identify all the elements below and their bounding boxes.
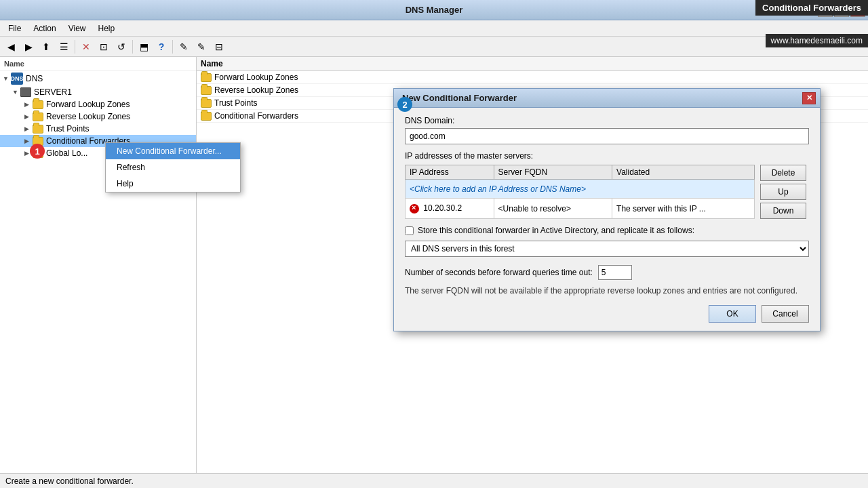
col-validated: Validated xyxy=(612,165,755,180)
folder-icon-list-flz xyxy=(201,73,212,82)
folder-icon-list-cf xyxy=(201,112,212,121)
badge-2: 2 xyxy=(397,97,412,112)
ip-data-row[interactable]: 10.20.30.2 <Unable to resolve> The serve… xyxy=(406,199,755,219)
tooltip-title: Conditional Forwarders xyxy=(755,0,868,16)
app-title: DNS Manager xyxy=(406,5,463,15)
timeout-label: Number of seconds before forward queries… xyxy=(405,268,593,277)
dialog-title: New Conditional Forwarder xyxy=(402,93,517,103)
tree-arrow-tp: ▶ xyxy=(24,125,33,132)
folder-icon-list-rlz xyxy=(201,86,212,95)
list-header: Name xyxy=(197,57,868,71)
dns-domain-label: DNS Domain: xyxy=(405,116,809,125)
title-bar: DNS Manager — □ ✕ xyxy=(0,0,868,20)
context-menu: New Conditional Forwarder... Refresh Hel… xyxy=(105,142,241,192)
dialog-close-button[interactable]: ✕ xyxy=(802,92,816,104)
tree-item-reverse-lookup[interactable]: ▶ Reverse Lookup Zones xyxy=(0,110,196,123)
tree-label-rlz: Reverse Lookup Zones xyxy=(46,112,130,121)
ip-add-row[interactable]: <Click here to add an IP Address or DNS … xyxy=(406,180,755,199)
context-menu-refresh[interactable]: Refresh xyxy=(106,159,240,176)
list-label-cf: Conditional Forwarders xyxy=(214,111,298,121)
tooltip-url: www.hamedesmaeili.com xyxy=(766,34,868,47)
replicate-checkbox[interactable] xyxy=(405,226,414,235)
toolbar-delete[interactable]: ✕ xyxy=(78,39,94,55)
dns-domain-input[interactable] xyxy=(405,128,809,144)
new-conditional-forwarder-dialog: New Conditional Forwarder ✕ DNS Domain: … xyxy=(393,88,821,331)
tree-panel: Name ▼ DNS DNS ▼ SERVER1 ▶ Forward Looku… xyxy=(0,57,197,473)
ip-addresses-table: IP Address Server FQDN Validated <Click … xyxy=(405,165,755,219)
toolbar-separator-3 xyxy=(172,40,173,54)
ip-add-cell[interactable]: <Click here to add an IP Address or DNS … xyxy=(406,180,755,199)
tree-arrow-server1: ▼ xyxy=(12,89,20,96)
tree-header: Name xyxy=(0,57,196,71)
folder-icon-flz xyxy=(33,100,43,109)
ip-side-buttons: Delete Up Down xyxy=(760,165,806,219)
folder-icon-list-tp xyxy=(201,99,212,108)
tree-label-dns: DNS xyxy=(26,74,43,83)
menu-file[interactable]: File xyxy=(3,22,26,35)
context-menu-new-conditional-forwarder[interactable]: New Conditional Forwarder... xyxy=(106,143,240,159)
tree-arrow-cf: ▶ xyxy=(24,138,33,144)
col-ip-address: IP Address xyxy=(406,165,494,180)
toolbar-create-zone[interactable]: ✎ xyxy=(176,39,192,55)
ip-addresses-label: IP addresses of the master servers: xyxy=(405,151,809,161)
toolbar-back[interactable]: ◀ xyxy=(3,39,19,55)
menu-view[interactable]: View xyxy=(63,22,92,35)
toolbar: ◀ ▶ ⬆ ☰ ✕ ⊡ ↺ ⬒ ? ✎ ✎ ⊟ xyxy=(0,37,868,57)
checkbox-row: Store this conditional forwarder in Acti… xyxy=(405,226,809,235)
tree-label-tp: Trust Points xyxy=(46,124,90,134)
tree-label-flz: Forward Lookup Zones xyxy=(46,100,130,109)
toolbar-refresh[interactable]: ↺ xyxy=(113,39,130,55)
context-menu-help[interactable]: Help xyxy=(106,176,240,192)
dns-icon: DNS xyxy=(11,73,23,85)
fqdn-cell: <Unable to resolve> xyxy=(494,199,612,219)
validated-cell: The server with this IP ... xyxy=(612,199,755,219)
toolbar-properties[interactable]: ⊡ xyxy=(96,39,112,55)
toolbar-edit[interactable]: ✎ xyxy=(193,39,210,55)
tree-item-server1[interactable]: ▼ SERVER1 xyxy=(0,86,196,98)
folder-icon-rlz xyxy=(33,113,43,121)
menu-bar: File Action View Help xyxy=(0,20,868,37)
timeout-row: Number of seconds before forward queries… xyxy=(405,265,809,280)
delete-button[interactable]: Delete xyxy=(760,165,806,181)
toolbar-show-hide-console-tree[interactable]: ☰ xyxy=(56,39,72,55)
dialog-buttons: OK Cancel xyxy=(405,305,809,323)
server-icon xyxy=(20,87,31,97)
checkbox-label: Store this conditional forwarder in Acti… xyxy=(418,226,694,235)
ip-table-container: IP Address Server FQDN Validated <Click … xyxy=(405,165,809,219)
col-server-fqdn: Server FQDN xyxy=(494,165,612,180)
tree-label-gl: Global Lo... xyxy=(46,148,87,158)
tree-arrow-flz: ▶ xyxy=(24,101,33,108)
ok-button[interactable]: OK xyxy=(709,305,756,323)
error-icon xyxy=(410,204,419,214)
list-col-name: Name xyxy=(201,59,223,68)
ip-value: 10.20.30.2 xyxy=(423,203,462,213)
list-label-rlz: Reverse Lookup Zones xyxy=(214,85,298,95)
down-button[interactable]: Down xyxy=(760,203,806,219)
tree-arrow-rlz: ▶ xyxy=(24,113,33,120)
menu-action[interactable]: Action xyxy=(28,22,61,35)
tree-item-dns[interactable]: ▼ DNS DNS xyxy=(0,71,196,86)
badge-1: 1 xyxy=(30,144,45,159)
toolbar-up[interactable]: ⬆ xyxy=(38,39,54,55)
list-item-flz[interactable]: Forward Lookup Zones xyxy=(197,71,868,84)
toolbar-separator-2 xyxy=(132,40,133,54)
toolbar-help[interactable]: ? xyxy=(153,39,170,55)
footer-note: The server FQDN will not be available if… xyxy=(405,285,809,297)
list-label-flz: Forward Lookup Zones xyxy=(214,73,298,82)
list-label-tp: Trust Points xyxy=(214,98,258,108)
replication-dropdown[interactable]: All DNS servers in this forest xyxy=(405,241,809,257)
menu-help[interactable]: Help xyxy=(93,22,121,35)
cancel-button[interactable]: Cancel xyxy=(762,305,809,323)
toolbar-separator-1 xyxy=(75,40,75,54)
toolbar-forward[interactable]: ▶ xyxy=(20,39,37,55)
up-button[interactable]: Up xyxy=(760,184,806,200)
ip-cell-error: 10.20.30.2 xyxy=(406,199,494,219)
tree-arrow-dns: ▼ xyxy=(3,75,11,82)
toolbar-export[interactable]: ⬒ xyxy=(136,39,152,55)
status-text: Create a new conditional forwarder. xyxy=(5,476,134,486)
tree-item-trust-points[interactable]: ▶ Trust Points xyxy=(0,123,196,135)
timeout-input[interactable] xyxy=(598,265,632,280)
dialog-body: DNS Domain: IP addresses of the master s… xyxy=(394,108,820,331)
toolbar-view-toggle[interactable]: ⊟ xyxy=(211,39,227,55)
tree-item-forward-lookup[interactable]: ▶ Forward Lookup Zones xyxy=(0,98,196,110)
